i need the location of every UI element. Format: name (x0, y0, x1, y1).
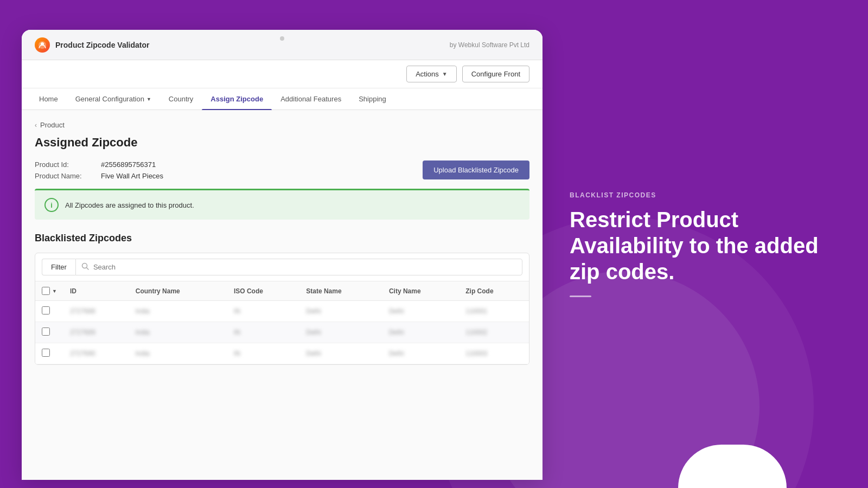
info-alert: i All Zipcodes are assigned to this prod… (35, 189, 529, 220)
info-icon: i (44, 198, 59, 212)
row-country-name: India (129, 343, 227, 364)
tab-assign-zipcode[interactable]: Assign Zipcode (202, 88, 272, 110)
row-iso-code: IN (227, 301, 299, 322)
col-header-zip-code: Zip Code (459, 281, 529, 301)
right-panel: Blacklist Zipcodes Restrict Product Avai… (542, 159, 868, 330)
actions-arrow-icon: ▼ (442, 71, 448, 77)
row-checkbox[interactable] (42, 349, 50, 357)
tab-general-configuration[interactable]: General Configuration ▼ (67, 88, 160, 110)
row-city-name: Delhi (382, 343, 459, 364)
tab-additional-features[interactable]: Additional Features (272, 88, 350, 110)
card-dot (280, 36, 284, 41)
product-id-label: Product Id: (35, 160, 94, 169)
row-checkbox-cell (35, 322, 63, 343)
col-header-iso-code: ISO Code (227, 281, 299, 301)
tab-general-configuration-label: General Configuration (75, 95, 144, 103)
breadcrumb: ‹ Product (35, 121, 529, 129)
row-zip-code: 110002 (459, 322, 529, 343)
page-title: Assigned Zipcode (35, 136, 529, 150)
search-icon (81, 262, 89, 272)
col-header-id: ID (63, 281, 129, 301)
table-row: 2727690 India IN Delhi Delhi 110003 (35, 343, 529, 364)
table-toolbar: Filter (35, 253, 529, 281)
actions-button[interactable]: Actions ▼ (406, 66, 457, 82)
svg-line-3 (86, 268, 88, 270)
general-config-caret-icon: ▼ (146, 97, 151, 102)
row-checkbox-cell (35, 343, 63, 364)
row-country-name: India (129, 301, 227, 322)
nav-tabs: Home General Configuration ▼ Country Ass… (22, 88, 542, 110)
app-logo-icon (35, 37, 50, 53)
row-country-name: India (129, 322, 227, 343)
col-header-city-name: City Name (382, 281, 459, 301)
product-info-section: Product Id: #2556895756371 Product Name:… (35, 160, 529, 180)
select-all-checkbox[interactable] (42, 287, 50, 295)
table-row: 2727688 India IN Delhi Delhi 110001 (35, 301, 529, 322)
col-header-country-name: Country Name (129, 281, 227, 301)
main-content: ‹ Product Assigned Zipcode Product Id: #… (22, 110, 542, 480)
row-iso-code: IN (227, 343, 299, 364)
row-id: 2727688 (63, 301, 129, 322)
info-alert-text: All Zipcodes are assigned to this produc… (65, 201, 194, 209)
blacklisted-zipcodes-title: Blacklisted Zipcodes (35, 233, 529, 244)
row-checkbox[interactable] (42, 328, 50, 336)
upload-blacklisted-zipcode-button[interactable]: Upload Blacklisted Zipcode (423, 160, 529, 179)
product-name-value: Five Wall Art Pieces (101, 172, 163, 180)
product-id-field: Product Id: #2556895756371 (35, 160, 163, 169)
row-city-name: Delhi (382, 301, 459, 322)
by-webkul-label: by Webkul Software Pvt Ltd (450, 41, 529, 49)
row-zip-code: 110003 (459, 343, 529, 364)
row-id: 2727690 (63, 343, 129, 364)
search-input[interactable] (93, 259, 516, 275)
row-iso-code: IN (227, 322, 299, 343)
row-state-name: Delhi (299, 301, 382, 322)
app-header: Product Zipcode Validator by Webkul Soft… (22, 30, 542, 60)
tab-shipping[interactable]: Shipping (350, 88, 395, 110)
product-name-label: Product Name: (35, 172, 94, 180)
tab-home[interactable]: Home (30, 88, 67, 110)
row-checkbox-cell (35, 301, 63, 322)
row-checkbox[interactable] (42, 306, 50, 314)
panel-divider (570, 296, 591, 297)
app-logo: Product Zipcode Validator (35, 37, 149, 53)
filter-button[interactable]: Filter (42, 259, 75, 275)
app-title: Product Zipcode Validator (55, 41, 149, 49)
data-table: ▼ ID Country Name ISO Code State Name Ci… (35, 281, 529, 364)
product-fields: Product Id: #2556895756371 Product Name:… (35, 160, 163, 180)
product-name-field: Product Name: Five Wall Art Pieces (35, 172, 163, 180)
breadcrumb-product-link[interactable]: Product (40, 121, 65, 129)
configure-front-button[interactable]: Configure Front (462, 66, 529, 82)
row-state-name: Delhi (299, 343, 382, 364)
row-city-name: Delhi (382, 322, 459, 343)
product-id-value: #2556895756371 (101, 160, 156, 169)
row-state-name: Delhi (299, 322, 382, 343)
row-id: 2727689 (63, 322, 129, 343)
panel-subtitle: Blacklist Zipcodes (570, 191, 841, 199)
breadcrumb-arrow-icon: ‹ (35, 121, 37, 129)
actions-label: Actions (416, 70, 439, 78)
bottom-curve-decoration (678, 445, 787, 488)
main-card: Product Zipcode Validator by Webkul Soft… (22, 30, 542, 480)
panel-title: Restrict Product Availability to the add… (570, 207, 841, 285)
blacklisted-zipcodes-table-container: Filter (35, 253, 529, 365)
search-wrapper (75, 259, 522, 275)
tab-country[interactable]: Country (160, 88, 202, 110)
row-zip-code: 110001 (459, 301, 529, 322)
select-all-caret-icon[interactable]: ▼ (52, 288, 57, 294)
select-all-header: ▼ (35, 281, 63, 301)
table-row: 2727689 India IN Delhi Delhi 110002 (35, 322, 529, 343)
toolbar: Actions ▼ Configure Front (22, 60, 542, 88)
col-header-state-name: State Name (299, 281, 382, 301)
